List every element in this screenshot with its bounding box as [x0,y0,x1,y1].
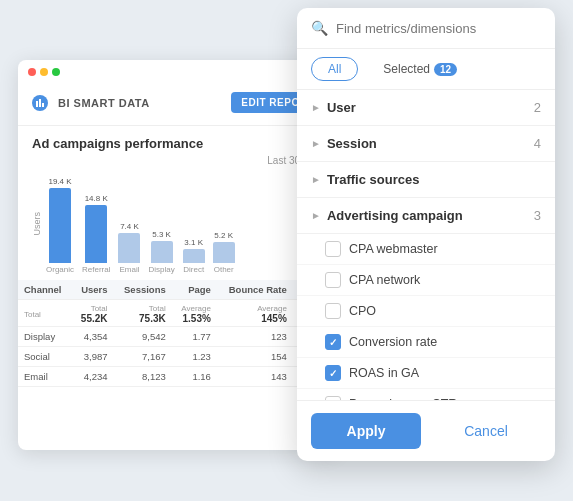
svg-rect-2 [42,103,44,107]
search-icon: 🔍 [311,20,328,36]
checkbox[interactable] [325,365,341,381]
app-name: BI SMART DATA [58,97,150,109]
metric-item[interactable]: Promo banner CTR [297,389,555,400]
metric-item[interactable]: Conversion rate [297,327,555,358]
group-count: 3 [534,208,541,223]
metric-item[interactable]: CPA webmaster [297,234,555,265]
chart-bar-item: 5.2 K Other [213,231,235,274]
search-input[interactable] [336,21,541,36]
bar-value: 5.2 K [214,231,233,240]
group-header-left: ► User [311,100,356,115]
bar-value: 14.8 K [85,194,108,203]
metric-label: Conversion rate [349,335,437,349]
checkbox[interactable] [325,303,341,319]
tab-badge: 12 [434,63,457,76]
group-header-left: ► Session [311,136,377,151]
row-users: 4,234 [72,367,114,387]
chart-bar-item: 19.4 K Organic [46,177,74,274]
group-label: Traffic sources [327,172,420,187]
chart-area: Users 19.4 K Organic 14.8 K Referral 7.4… [18,174,338,274]
bar-value: 3.1 K [184,238,203,247]
analytics-header: BI SMART DATA EDIT REPORT [18,80,338,126]
chart-bar-item: 7.4 K Email [118,222,140,274]
group-label: Advertising campaign [327,208,463,223]
row-channel: Email [18,367,72,387]
chart-bar-item: 14.8 K Referral [82,194,110,274]
checkbox[interactable] [325,241,341,257]
data-table: Channel Users Sessions Page Bounce Rate … [18,280,338,387]
search-bar: 🔍 [297,8,555,49]
group-header-user[interactable]: ► User 2 [297,90,555,126]
group-label: User [327,100,356,115]
chart-y-label: Users [32,212,42,236]
panel-footer: Apply Cancel [297,400,555,461]
bar [213,242,235,263]
col-page: Page [172,280,217,300]
group-count: 4 [534,136,541,151]
col-sessions: Sessions [114,280,172,300]
bar-value: 19.4 K [48,177,71,186]
row-users: 3,987 [72,347,114,367]
cancel-button[interactable]: Cancel [431,413,541,449]
bar-label: Organic [46,265,74,274]
analytics-title: Ad campaigns performance [18,126,338,155]
bar [118,233,140,263]
table-row: Social 3,987 7,167 1.23 154 0.654 [18,347,338,367]
metrics-list[interactable]: ► User 2 ► Session 4 ► Traffic sources ►… [297,90,555,400]
metric-label: CPA webmaster [349,242,438,256]
col-bounce: Bounce Rate [217,280,293,300]
row-page: 1.23 [172,347,217,367]
row-page: 1.77 [172,327,217,347]
analytics-subtitle: Last 30 days [18,155,338,174]
row-users: 4,354 [72,327,114,347]
bar [49,188,71,263]
tab-row: AllSelected12 [297,49,555,90]
row-bounce: 154 [217,347,293,367]
group-header-traffic-sources[interactable]: ► Traffic sources [297,162,555,198]
total-page: Average1.53% [172,300,217,327]
table-row: Email 4,234 8,123 1.16 143 0.723 [18,367,338,387]
tab-all[interactable]: All [311,57,358,81]
checkbox[interactable] [325,334,341,350]
logo-icon [32,95,48,111]
row-page: 1.16 [172,367,217,387]
bar [85,205,107,263]
group-header-advertising-campaign[interactable]: ► Advertising campaign 3 [297,198,555,234]
total-users: Total55.2K [72,300,114,327]
bar-value: 7.4 K [120,222,139,231]
checkbox[interactable] [325,272,341,288]
chevron-icon: ► [311,102,321,113]
metric-item[interactable]: CPO [297,296,555,327]
metric-label: Promo banner CTR [349,397,457,400]
apply-button[interactable]: Apply [311,413,421,449]
bar [151,241,173,263]
minimize-dot [40,68,48,76]
tab-selected[interactable]: Selected12 [366,57,474,81]
group-header-session[interactable]: ► Session 4 [297,126,555,162]
chart-bars-group: 19.4 K Organic 14.8 K Referral 7.4 K Ema… [46,177,324,274]
checkbox[interactable] [325,396,341,400]
svg-rect-0 [36,101,38,107]
row-sessions: 8,123 [114,367,172,387]
group-header-left: ► Traffic sources [311,172,419,187]
metric-item[interactable]: CPA network [297,265,555,296]
metric-label: CPO [349,304,376,318]
svg-rect-1 [39,99,41,107]
total-bounce: Average145% [217,300,293,327]
chart-bar-item: 5.3 K Display [148,230,174,274]
bar-label: Referral [82,265,110,274]
total-sessions: Total75.3K [114,300,172,327]
bar-value: 5.3 K [152,230,171,239]
chevron-icon: ► [311,210,321,221]
maximize-dot [52,68,60,76]
row-sessions: 7,167 [114,347,172,367]
metrics-panel: 🔍 AllSelected12 ► User 2 ► Session 4 ► T… [297,8,555,461]
metric-item[interactable]: ROAS in GA [297,358,555,389]
totals-row: Total Total55.2K Total75.3K Average1.53%… [18,300,338,327]
row-channel: Social [18,347,72,367]
bar [183,249,205,263]
bar-label: Email [119,265,139,274]
col-users: Users [72,280,114,300]
bar-label: Direct [183,265,204,274]
chevron-icon: ► [311,138,321,149]
